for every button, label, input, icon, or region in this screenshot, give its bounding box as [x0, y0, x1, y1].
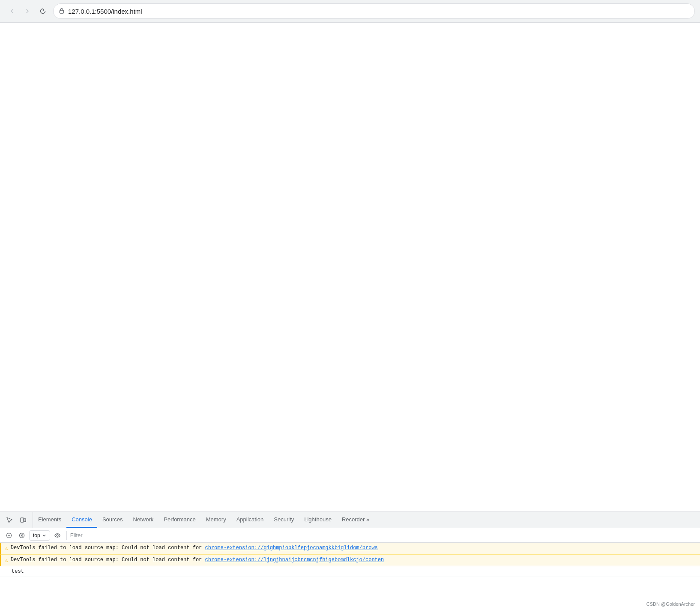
watermark: CSDN @GoldenArcher — [646, 601, 695, 607]
svg-point-9 — [57, 535, 58, 536]
tab-console[interactable]: Console — [66, 512, 97, 528]
devtools-icon-buttons — [0, 512, 33, 528]
clear-console-button[interactable] — [3, 530, 15, 541]
tab-performance[interactable]: Performance — [159, 512, 200, 528]
console-messages: ⚠ DevTools failed to load source map: Co… — [0, 543, 700, 610]
page-content — [0, 23, 700, 511]
tab-lighthouse[interactable]: Lighthouse — [299, 512, 337, 528]
console-message-2: ⚠ DevTools failed to load source map: Co… — [0, 555, 700, 567]
url-text: 127.0.0.1:5500/index.html — [68, 8, 142, 15]
tab-memory[interactable]: Memory — [201, 512, 231, 528]
svg-rect-0 — [60, 10, 64, 13]
filter-input[interactable] — [70, 532, 697, 538]
svg-rect-1 — [21, 518, 24, 522]
forward-button[interactable] — [21, 4, 34, 18]
tab-network[interactable]: Network — [128, 512, 159, 528]
tab-elements[interactable]: Elements — [33, 512, 66, 528]
tab-application[interactable]: Application — [231, 512, 269, 528]
address-bar[interactable]: 127.0.0.1:5500/index.html — [53, 3, 695, 19]
warning-icon-2: ⚠ — [5, 556, 8, 565]
context-selector[interactable]: top — [29, 530, 50, 541]
warning-icon-1: ⚠ — [5, 544, 8, 553]
eye-button[interactable] — [52, 530, 63, 541]
svg-point-8 — [55, 534, 60, 537]
lock-icon — [59, 8, 65, 15]
console-message-3: test — [0, 566, 700, 577]
browser-toolbar: 127.0.0.1:5500/index.html — [0, 0, 700, 22]
devtools-panel: Elements Console Sources Network Perform… — [0, 511, 700, 610]
back-button[interactable] — [5, 4, 19, 18]
message-text-1: DevTools failed to load source map: Coul… — [11, 544, 697, 552]
message-text-3: test — [12, 568, 697, 575]
svg-rect-2 — [24, 519, 26, 522]
devtools-tabs: Elements Console Sources Network Perform… — [0, 512, 700, 528]
message-text-2: DevTools failed to load source map: Coul… — [11, 556, 697, 564]
tab-recorder[interactable]: Recorder » — [337, 512, 374, 528]
inspect-element-button[interactable] — [3, 514, 15, 526]
browser-chrome: 127.0.0.1:5500/index.html — [0, 0, 700, 23]
nav-buttons — [5, 4, 50, 18]
console-message-1: ⚠ DevTools failed to load source map: Co… — [0, 543, 700, 555]
filter-divider — [66, 531, 67, 540]
tab-security[interactable]: Security — [269, 512, 299, 528]
message-link-2[interactable]: chrome-extension://ljngjbnaijcbncmcnjfhi… — [205, 557, 384, 563]
block-icon-button[interactable] — [16, 530, 27, 541]
message-link-1[interactable]: chrome-extension://gighmpiobklfepjocnamg… — [205, 545, 378, 551]
console-toolbar: top — [0, 528, 700, 543]
tab-sources[interactable]: Sources — [97, 512, 128, 528]
reload-button[interactable] — [36, 4, 50, 18]
device-toolbar-button[interactable] — [17, 514, 29, 526]
